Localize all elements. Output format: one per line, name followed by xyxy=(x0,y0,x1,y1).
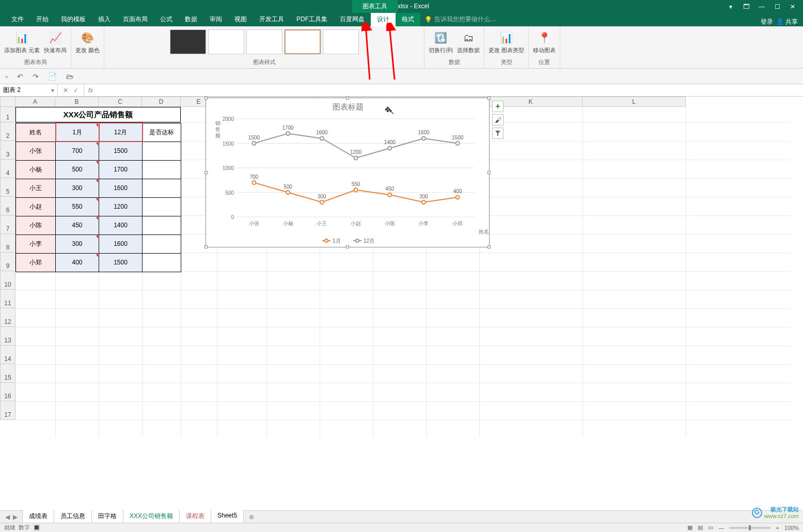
chevron-down-icon[interactable]: ▾ xyxy=(51,87,54,94)
tab-pdf[interactable]: PDF工具集 xyxy=(290,12,334,26)
row-header[interactable]: 2 xyxy=(0,122,15,141)
resize-handle[interactable] xyxy=(204,245,208,248)
new-sheet-button[interactable]: ⊕ xyxy=(244,513,259,521)
tab-format[interactable]: 格式 xyxy=(396,12,420,26)
row-header[interactable]: 13 xyxy=(0,327,15,346)
cell-m1[interactable]: 700 xyxy=(56,142,99,160)
cell-m12[interactable]: 1500 xyxy=(99,253,143,272)
row-header[interactable]: 12 xyxy=(0,308,15,327)
tab-home[interactable]: 开始 xyxy=(30,12,55,26)
restore-icon[interactable]: 🗔 xyxy=(741,3,751,10)
resize-handle[interactable] xyxy=(487,171,491,174)
tab-data[interactable]: 数据 xyxy=(179,12,203,26)
spreadsheet-grid[interactable]: ABCDEFGHIJKL 1234567891011121314151617 X… xyxy=(0,97,803,437)
column-header[interactable]: A xyxy=(15,97,55,107)
cell-m12[interactable]: 1400 xyxy=(99,216,143,234)
resize-handle[interactable] xyxy=(346,97,349,100)
tab-file[interactable]: 文件 xyxy=(5,12,30,26)
column-header[interactable]: C xyxy=(99,97,142,107)
ribbon-options-icon[interactable]: ▾ xyxy=(726,3,736,10)
cell-std[interactable] xyxy=(143,197,181,216)
row-header[interactable]: 10 xyxy=(0,271,15,290)
row-header[interactable]: 4 xyxy=(0,160,15,178)
column-header[interactable]: B xyxy=(55,97,99,107)
chart-elements-button[interactable]: + xyxy=(492,101,503,112)
tab-baidu[interactable]: 百度网盘 xyxy=(334,12,371,26)
add-chart-element-button[interactable]: 📊添加图表 元素 xyxy=(3,29,41,53)
chart-style-2[interactable] xyxy=(208,29,244,54)
cell-name[interactable]: 小杨 xyxy=(16,160,56,179)
view-page-icon[interactable]: ▤ xyxy=(698,524,703,531)
cell-m1[interactable]: 450 xyxy=(56,216,99,234)
view-break-icon[interactable]: ▭ xyxy=(708,524,713,531)
row-header[interactable]: 9 xyxy=(0,253,15,271)
save-icon[interactable]: ▫ xyxy=(5,72,8,81)
chart-object[interactable]: 图表标题销售额姓名0500100015002000小张小杨小王小赵小陈小李小郑7… xyxy=(206,98,490,247)
tab-design[interactable]: 设计 xyxy=(371,12,396,26)
resize-handle[interactable] xyxy=(346,245,349,248)
column-header[interactable]: D xyxy=(142,97,181,107)
cell-m12[interactable]: 1200 xyxy=(99,197,143,216)
quick-layout-button[interactable]: 📈快速布局 xyxy=(43,29,68,53)
sheet-tab[interactable]: XXX公司销售额 xyxy=(123,510,180,524)
row-header[interactable]: 7 xyxy=(0,215,15,234)
cell-std[interactable] xyxy=(143,234,181,253)
open-icon[interactable]: 🗁 xyxy=(66,72,73,81)
chart-style-5[interactable] xyxy=(323,29,359,54)
cancel-icon[interactable]: ✕ xyxy=(63,87,68,94)
move-chart-button[interactable]: 📍移动图表 xyxy=(532,29,557,53)
cell-std[interactable] xyxy=(143,179,181,197)
cell-std[interactable] xyxy=(143,142,181,160)
row-header[interactable]: 15 xyxy=(0,364,15,383)
sheet-tab[interactable]: 课程表 xyxy=(179,510,211,524)
view-normal-icon[interactable]: ▦ xyxy=(687,524,692,531)
tell-me-search[interactable]: 💡告诉我您想要做什么… xyxy=(424,12,496,26)
tab-templates[interactable]: 我的模板 xyxy=(55,12,92,26)
resize-handle[interactable] xyxy=(487,245,491,248)
cell-std[interactable] xyxy=(143,160,181,179)
chart-filter-button[interactable] xyxy=(492,128,503,139)
sheet-nav-prev-icon[interactable]: ◀ xyxy=(5,513,10,521)
row-header[interactable]: 11 xyxy=(0,290,15,308)
cell-name[interactable]: 小赵 xyxy=(16,197,56,216)
chart-style-1[interactable] xyxy=(170,29,206,54)
row-header[interactable]: 3 xyxy=(0,141,15,160)
cell-m1[interactable]: 300 xyxy=(56,234,99,253)
cell-name[interactable]: 小郑 xyxy=(16,253,56,272)
sheet-tab[interactable]: 成绩表 xyxy=(22,510,54,524)
chart-styles-button[interactable]: 🖌 xyxy=(492,114,503,126)
resize-handle[interactable] xyxy=(204,97,208,100)
redo-icon[interactable]: ↷ xyxy=(33,72,39,81)
chart-style-3[interactable] xyxy=(246,29,282,54)
close-icon[interactable]: ✕ xyxy=(788,3,798,10)
minimize-icon[interactable]: — xyxy=(757,3,767,10)
cell-m1[interactable]: 400 xyxy=(56,253,99,272)
row-header[interactable]: 17 xyxy=(0,401,15,420)
zoom-slider[interactable] xyxy=(729,527,770,529)
maximize-icon[interactable]: ☐ xyxy=(772,3,782,10)
cell-name[interactable]: 小张 xyxy=(16,142,56,160)
sheet-tab[interactable]: 员工信息 xyxy=(54,510,92,524)
enter-icon[interactable]: ✓ xyxy=(73,87,78,94)
row-header[interactable]: 8 xyxy=(0,234,15,253)
undo-icon[interactable]: ↶ xyxy=(17,72,23,81)
zoom-level[interactable]: 100% xyxy=(784,525,799,531)
tab-insert[interactable]: 插入 xyxy=(92,12,117,26)
cell-name[interactable]: 小王 xyxy=(16,179,56,197)
switch-row-col-button[interactable]: 🔃切换行/列 xyxy=(428,29,454,53)
cell-m1[interactable]: 300 xyxy=(56,179,99,197)
select-all-corner[interactable] xyxy=(0,97,15,107)
cell-name[interactable]: 小李 xyxy=(16,234,56,253)
cell-m12[interactable]: 1500 xyxy=(99,142,143,160)
chart-style-4[interactable] xyxy=(285,29,321,54)
select-data-button[interactable]: 🗂选择数据 xyxy=(456,29,481,53)
cell-m12[interactable]: 1600 xyxy=(99,234,143,253)
column-header[interactable]: L xyxy=(582,97,686,107)
change-colors-button[interactable]: 🎨更改 颜色 xyxy=(74,29,101,53)
tab-review[interactable]: 审阅 xyxy=(203,12,228,26)
row-header[interactable]: 5 xyxy=(0,178,15,197)
copy-icon[interactable]: 📄 xyxy=(48,72,57,81)
cell-name[interactable]: 小陈 xyxy=(16,216,56,234)
row-header[interactable]: 14 xyxy=(0,346,15,364)
cell-m12[interactable]: 1700 xyxy=(99,160,143,179)
